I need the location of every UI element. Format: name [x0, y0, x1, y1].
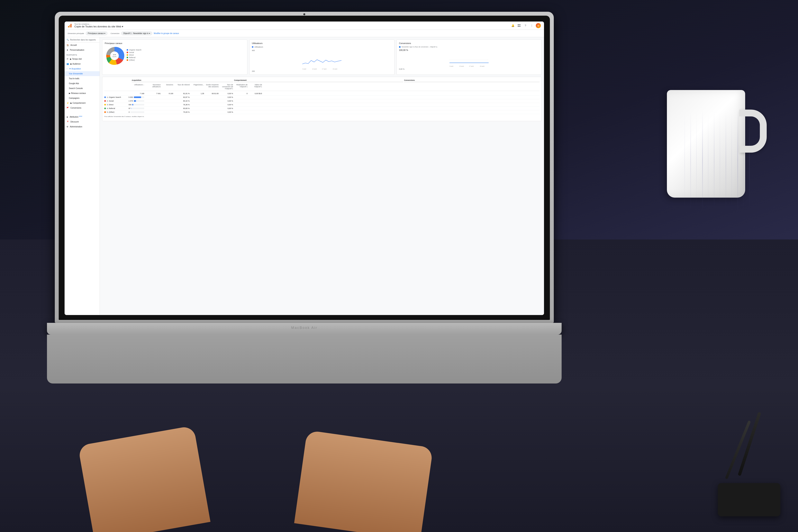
star-icon: ★	[66, 49, 68, 51]
sidebar-item-search-console[interactable]: Search Console	[64, 86, 100, 91]
sidebar-item-attribution[interactable]: ◈ Attribution NEW	[64, 114, 100, 119]
sidebar-section-reports: RAPPORTS	[64, 53, 100, 57]
top-cards-row: Principaux canaux	[102, 39, 542, 75]
sidebar-item-overview[interactable]: Vue d'ensemble	[64, 71, 100, 76]
laptop-base: MacBook Air	[47, 323, 562, 335]
th-sessions: Sessions	[162, 84, 173, 90]
row5-conv: 0,00 %	[220, 111, 233, 113]
more-options-icon[interactable]: ⋮	[530, 23, 534, 28]
sidebar-search[interactable]: 🔍 Rechercher dans les rapports	[64, 37, 100, 43]
row1-channel: 1. Organic Search	[104, 96, 128, 98]
modify-group-link[interactable]: Modifier le groupe de canaux	[154, 32, 179, 34]
pie-container: 21% 52,8% Organic Search	[105, 46, 245, 65]
row4-conv: 0,00 %	[220, 108, 233, 109]
total-bounce: 81,81 %	[174, 93, 190, 95]
acquisition-label: ▼ Acquisition	[69, 68, 81, 70]
row3-conv: 0,00 %	[220, 104, 233, 106]
analytics-logo-icon	[68, 23, 72, 28]
dimension-filter[interactable]: Principaux canaux ▾	[86, 32, 108, 35]
sidebar-item-behavior[interactable]: ⚡ ▶ Comportement	[64, 100, 100, 106]
sidebar-item-google-ads[interactable]: Google Ads	[64, 81, 100, 86]
sidebar-item-personalization[interactable]: ★ Personnalisation	[64, 48, 100, 53]
ga-logo	[68, 23, 72, 28]
sidebar-item-admin[interactable]: ⚙ Administration	[64, 124, 100, 129]
svg-point-3	[110, 52, 119, 60]
row2-users: 1 575	[129, 100, 144, 102]
th-users: Utilisateurs ↓	[129, 84, 144, 90]
card-utilisateurs: Utilisateurs Utilisateurs 400	[249, 39, 395, 75]
bottom-table-section: Acquisition Comportement Conversions	[102, 77, 542, 121]
legend-organic: Organic Search	[127, 49, 141, 51]
discover-label: Découvrir	[71, 121, 79, 123]
ga-filterbar: Dimension principale Principaux canaux ▾…	[64, 30, 544, 37]
mug-handle	[739, 110, 767, 153]
user-avatar[interactable]: U	[536, 23, 541, 28]
notifications-icon[interactable]: 🔔	[511, 23, 515, 28]
sidebar-item-conversions[interactable]: 🚩 Conversions	[64, 106, 100, 110]
sidebar-item-social[interactable]: ▶ Réseaux sociaux	[64, 91, 100, 96]
row5-users: 3	[129, 111, 144, 113]
conversions-metric-label: Newsletter sign in (Taux de conversion –…	[401, 46, 437, 48]
row2-label: 2. Social	[107, 100, 114, 102]
coffee-mug	[657, 74, 775, 221]
card-utilisateurs-title: Utilisateurs	[252, 42, 392, 44]
arrow-up-icon: ↑	[66, 68, 68, 70]
svg-text:17 août: 17 août	[322, 68, 326, 70]
all-traffic-label: Tout le trafic	[69, 77, 79, 80]
topbar-right: 🔔 ? ⋮	[511, 23, 541, 28]
conversions-label-header: Conversions	[404, 79, 415, 81]
phone	[718, 483, 780, 516]
row3-users: 556	[129, 104, 144, 106]
people-icon: 👥	[66, 63, 69, 65]
hand-right	[294, 430, 433, 532]
row2-users-val: 1 575	[129, 100, 133, 102]
admin-label: Administration	[70, 126, 82, 128]
sidebar-item-all-traffic[interactable]: Tout le trafic	[64, 76, 100, 81]
legend-referral: Referral	[127, 57, 141, 58]
settings-icon: ⚙	[66, 126, 68, 128]
location-icon: 📍	[66, 121, 69, 123]
legend-direct: Direct	[127, 54, 141, 56]
comportement-section-label: Comportement	[234, 79, 403, 82]
svg-text:3 août: 3 août	[450, 65, 453, 67]
sidebar-item-campaigns[interactable]: Campagnes	[64, 96, 100, 100]
keyboard-area	[47, 335, 562, 383]
th-conv-rate: Taux de conversion de l'Objectif 1	[220, 84, 233, 90]
macbook-label: MacBook Air	[291, 326, 317, 330]
search-label: Rechercher dans les rapports	[70, 39, 96, 41]
total-goal-val: 0,00 $US	[248, 93, 262, 95]
sidebar-item-realtime[interactable]: ⏱ ▶ Temps réel	[64, 57, 100, 61]
svg-rect-1	[69, 25, 70, 27]
overview-label: Vue d'ensemble	[69, 73, 83, 75]
card-principaux-canaux: Principaux canaux	[102, 39, 247, 75]
help-icon[interactable]: ?	[523, 23, 528, 28]
acquisition-label-header: Acquisition	[132, 79, 141, 81]
row1-conv: 0,00 %	[220, 96, 233, 98]
svg-text:21%: 21%	[113, 54, 116, 56]
total-users: 7 168	[129, 93, 144, 95]
row5-bounce: 75,00 %	[174, 111, 190, 113]
realtime-label: ▶ Temps réel	[70, 58, 82, 60]
ga-content: Principaux canaux	[100, 37, 544, 315]
table-footer: Pour afficher l'ensemble des 5 canaux, v…	[104, 114, 539, 119]
home-label: Accueil	[71, 44, 77, 46]
attribution-label: Attribution NEW	[70, 116, 82, 118]
total-sessions: 8 100	[162, 93, 173, 95]
metric-filter[interactable]: Objectif 1 : Newsletter sign in ▾	[121, 32, 152, 35]
th-bounce: Taux de rebond	[174, 84, 190, 90]
row2-bounce: 80,32 %	[174, 100, 190, 102]
total-new-users: 7 041	[145, 93, 161, 95]
utilisateurs-metric-label: Utilisateurs	[254, 46, 263, 48]
sidebar-item-audience[interactable]: 👥 ▶ Audience	[64, 61, 100, 66]
legend-organic-label: Organic Search	[129, 49, 141, 51]
row4-channel: 4. Referral	[104, 108, 128, 109]
sidebar-item-discover[interactable]: 📍 Découvrir	[64, 119, 100, 124]
legend-direct-label: Direct	[129, 54, 134, 56]
social-label: ▶ Réseaux sociaux	[69, 92, 86, 94]
row1-users-val: 5 053	[129, 96, 133, 98]
legend-social: Social	[127, 52, 141, 53]
apps-grid-icon[interactable]	[517, 23, 521, 28]
sidebar-item-home[interactable]: 🏠 Accueil	[64, 43, 100, 48]
table-header-row: Utilisateurs ↓ Nouveaux utilisateurs Ses…	[104, 84, 539, 91]
sidebar-item-acquisition[interactable]: ↑ ▼ Acquisition	[64, 66, 100, 71]
